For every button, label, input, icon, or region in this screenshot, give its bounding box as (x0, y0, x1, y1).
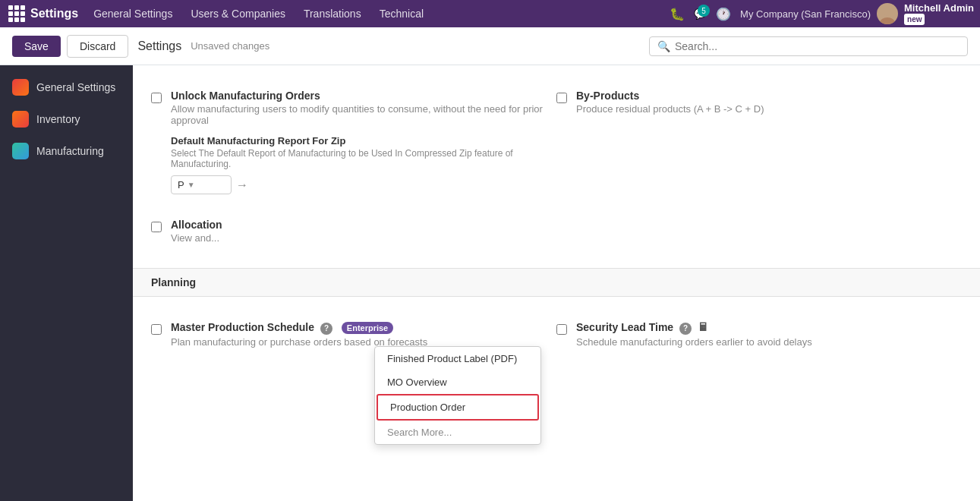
by-products-setting: By-Products Produce residual products (A… (556, 77, 962, 206)
planning-row: Master Production Schedule ? Enterprise … (151, 309, 962, 360)
top-nav-links: General Settings Users & Companies Trans… (84, 3, 433, 24)
allocation-row: Allocation View and... (151, 206, 962, 256)
sidebar-item-inventory[interactable]: Inventory (0, 103, 133, 135)
notification-count: 5 (698, 5, 710, 17)
sidebar: General Settings Inventory Manufacturing (0, 65, 133, 501)
sidebar-label-general: General Settings (36, 81, 115, 93)
svg-point-0 (883, 7, 892, 16)
unlock-mfg-setting: Unlock Manufacturing Orders Allow manufa… (151, 77, 556, 206)
save-button[interactable]: Save (12, 36, 61, 57)
mfg-report-desc: Select The Default Report of Manufacturi… (171, 148, 556, 169)
svg-point-1 (880, 17, 895, 24)
security-lead-checkbox[interactable] (556, 324, 567, 335)
allocation-title: Allocation (171, 219, 556, 231)
master-production-help-icon[interactable]: ? (320, 323, 332, 335)
dropdown-search-more[interactable]: Search More... (375, 421, 540, 444)
sidebar-label-inventory: Inventory (36, 113, 80, 125)
user-tag: new (904, 14, 925, 25)
top-settings-row: Unlock Manufacturing Orders Allow manufa… (151, 77, 962, 206)
calc-icon: 🖩 (698, 321, 708, 333)
content-inner: Unlock Manufacturing Orders Allow manufa… (133, 65, 980, 268)
company-name[interactable]: My Company (San Francisco) (740, 8, 871, 20)
planning-label: Planning (151, 276, 196, 288)
bug-icon[interactable]: 🐛 (666, 4, 688, 24)
unsaved-changes-label: Unsaved changes (191, 40, 269, 52)
by-products-title: By-Products (576, 90, 962, 102)
dropdown-item-production-order[interactable]: Production Order (377, 394, 539, 421)
allocation-checkbox[interactable] (151, 222, 162, 232)
nav-users-companies[interactable]: Users & Companies (181, 3, 295, 24)
app-title: Settings (30, 7, 78, 20)
external-link-icon[interactable]: → (236, 178, 248, 192)
selector-value: P (178, 179, 184, 191)
planning-content: Master Production Schedule ? Enterprise … (133, 297, 980, 372)
discard-button[interactable]: Discard (67, 35, 128, 58)
mfg-report-block: Default Manufacturing Report For Zip Sel… (171, 135, 556, 194)
clock-icon[interactable]: 🕐 (713, 4, 734, 24)
user-info[interactable]: Mitchell Admin new (904, 2, 974, 26)
apps-menu-button[interactable] (6, 3, 27, 24)
unlock-mfg-title: Unlock Manufacturing Orders (171, 90, 556, 102)
by-products-desc: Produce residual products (A + B -> C + … (576, 103, 962, 115)
planning-section-header: Planning (133, 268, 980, 297)
mfg-report-selector[interactable]: P ▼ (171, 175, 232, 194)
nav-translations[interactable]: Translations (295, 3, 370, 24)
security-lead-help-icon[interactable]: ? (679, 323, 692, 335)
content-area: Unlock Manufacturing Orders Allow manufa… (133, 65, 980, 501)
selector-row: P ▼ → (171, 175, 556, 194)
search-icon: 🔍 (657, 40, 670, 52)
mfg-report-title: Default Manufacturing Report For Zip (171, 135, 556, 147)
manufacturing-icon (12, 143, 29, 159)
allocation-desc: View and... (171, 232, 556, 244)
top-nav-right: 🐛 💬 5 🕐 My Company (San Francisco) Mitch… (666, 2, 974, 26)
inventory-icon (12, 111, 29, 128)
by-products-checkbox[interactable] (556, 93, 567, 103)
master-production-title: Master Production Schedule ? Enterprise (171, 321, 556, 335)
dropdown-item-mo-overview[interactable]: MO Overview (375, 370, 540, 394)
avatar[interactable] (877, 3, 898, 24)
toolbar-title: Settings (137, 39, 181, 53)
sidebar-item-general-settings[interactable]: General Settings (0, 71, 133, 103)
security-lead-desc: Schedule manufacturing orders earlier to… (576, 336, 962, 348)
sidebar-label-manufacturing: Manufacturing (36, 145, 104, 157)
master-production-checkbox[interactable] (151, 324, 162, 335)
nav-general-settings[interactable]: General Settings (84, 3, 181, 24)
nav-technical[interactable]: Technical (370, 3, 433, 24)
notification-bell[interactable]: 💬 5 (694, 8, 707, 20)
sidebar-item-manufacturing[interactable]: Manufacturing (0, 135, 133, 167)
search-box: 🔍 (649, 36, 968, 56)
user-name: Mitchell Admin (904, 2, 974, 14)
main-layout: General Settings Inventory Manufacturing… (0, 65, 980, 501)
top-nav: Settings General Settings Users & Compan… (0, 0, 980, 27)
dropdown-menu: Finished Product Label (PDF) MO Overview… (374, 346, 541, 445)
unlock-mfg-desc: Allow manufacturing users to modify quan… (171, 103, 556, 126)
chevron-down-icon: ▼ (187, 181, 195, 189)
security-lead-setting: Security Lead Time ? 🖩 Schedule manufact… (556, 309, 962, 360)
general-settings-icon (12, 79, 29, 96)
dropdown-item-finished-product[interactable]: Finished Product Label (PDF) (375, 347, 540, 370)
toolbar: Save Discard Settings Unsaved changes 🔍 (0, 27, 980, 65)
allocation-setting: Allocation View and... (151, 206, 556, 256)
unlock-mfg-checkbox[interactable] (151, 93, 162, 103)
security-lead-title: Security Lead Time ? 🖩 (576, 321, 962, 335)
enterprise-badge: Enterprise (342, 322, 393, 334)
search-input[interactable] (675, 40, 960, 52)
